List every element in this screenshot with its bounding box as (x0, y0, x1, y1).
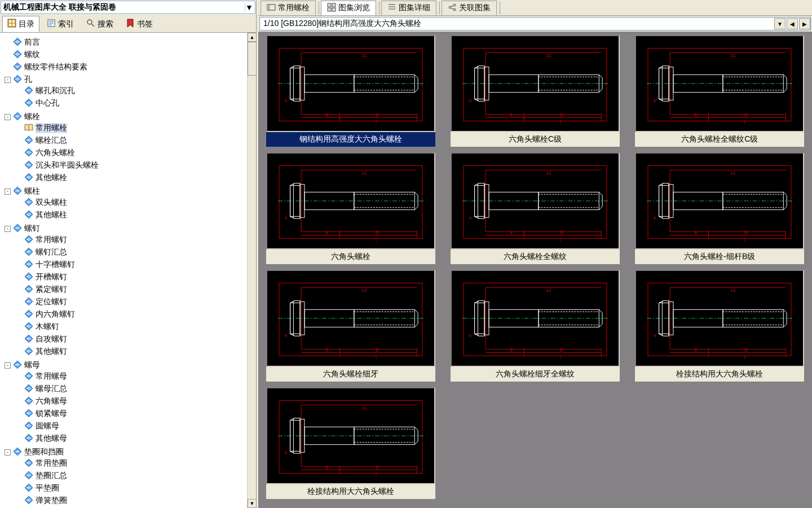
tree-node[interactable]: 螺孔和沉孔 (16, 86, 255, 96)
thumbnail-frame[interactable]: ±1 D k l e (635, 152, 804, 249)
left-tab-bookmark[interactable]: 书签 (121, 16, 158, 32)
svg-text:e: e (654, 98, 656, 103)
scroll-down-button[interactable]: ▼ (248, 499, 256, 508)
scroll-up-button[interactable]: ▲ (248, 33, 256, 42)
tree-node[interactable]: 其他螺栓 (16, 173, 255, 183)
tree-node[interactable]: 其他螺母 (16, 433, 255, 444)
thumbnail-gallery[interactable]: ±1 D k l e 钢结构用高强度大六角头螺栓 ±1 (258, 32, 812, 508)
path-dropdown-button[interactable]: ▼ (774, 18, 785, 29)
gallery-item[interactable]: ±1 D k l e 钢结构用高强度大六角头螺栓 (261, 35, 440, 147)
thumbnail-frame[interactable]: ±1 D k l e (266, 270, 435, 367)
right-tab-bar: 常用螺栓图集浏览图集详细关联图集 (258, 0, 812, 16)
gallery-item[interactable]: ±1 D k l e 六角头螺栓细牙 (261, 270, 440, 382)
left-tab-index[interactable]: 索引 (42, 16, 79, 32)
gallery-item[interactable]: ±1 D k l e 栓接结构用大六角头螺栓 (630, 270, 810, 382)
expander-spacer (16, 423, 22, 430)
library-selector[interactable]: 机械工程图库大全 联接与紧固卷 ▼ (1, 1, 255, 14)
tree-node[interactable]: 螺栓汇总 (16, 135, 255, 146)
tree-node[interactable]: 常用螺栓 (16, 123, 255, 133)
tree-node[interactable]: 螺纹 (5, 50, 255, 60)
current-item-path: 1/10 [GB12280]钢结构用高强度大六角头螺栓 (260, 19, 773, 29)
tree-node[interactable]: -螺柱 (5, 186, 255, 196)
gallery-item[interactable]: ±1 D k l e 六角头螺栓细牙全螺纹 (445, 270, 625, 382)
gallery-item[interactable]: ±1 D k l e 栓接结构用大六角头螺栓 (261, 387, 440, 499)
tree-node[interactable]: 平垫圈 (16, 483, 255, 493)
thumbnail-frame[interactable]: ±1 D k l e (451, 152, 620, 249)
tree-node[interactable]: 紧定螺钉 (16, 284, 255, 295)
tree-node[interactable]: 内六角螺钉 (16, 309, 255, 319)
tree-node[interactable]: 沉头和半圆头螺栓 (16, 160, 255, 170)
tree-node[interactable]: -螺栓 (5, 112, 255, 122)
thumbnail-frame[interactable]: ±1 D k l e (266, 35, 435, 132)
tree-node[interactable]: 前言 (5, 37, 255, 47)
tree-node[interactable]: 垫圈汇总 (16, 471, 255, 481)
library-selector-text: 机械工程图库大全 联接与紧固卷 (3, 2, 245, 12)
tree-node[interactable]: 弹簧垫圈 (16, 496, 255, 506)
gallery-item[interactable]: ±1 D k l e 六角头螺栓-细杆B级 (630, 152, 810, 264)
tree-node[interactable]: 常用垫圈 (16, 458, 255, 468)
tree-scrollbar[interactable]: ▲ ▼ (247, 33, 256, 508)
tree-node[interactable]: -螺钉 (5, 224, 255, 234)
node-icon (24, 86, 33, 96)
gallery-item[interactable]: ±1 D k l e 六角头螺栓C级 (445, 35, 625, 147)
tree-node[interactable]: 中心孔 (16, 98, 255, 108)
expand-collapse-button[interactable]: - (5, 449, 11, 456)
thumbnail-caption: 钢结构用高强度大六角头螺栓 (266, 132, 435, 147)
tree-node[interactable]: 常用螺母 (16, 371, 255, 382)
thumbnail-frame[interactable]: ±1 D k l e (266, 152, 435, 249)
tree-node[interactable]: -孔 (5, 75, 255, 85)
view-tab-detail[interactable]: 图集详细 (381, 1, 436, 15)
expand-collapse-button[interactable]: - (5, 189, 11, 195)
next-button[interactable]: ▶ (799, 18, 810, 29)
thumbnail-frame[interactable]: ±1 D k l e (451, 35, 620, 132)
tree-node[interactable]: 开槽螺钉 (16, 272, 255, 282)
tree-node[interactable]: 锁紧螺母 (16, 409, 255, 419)
node-label: 螺纹零件结构要素 (24, 62, 87, 72)
view-tab-related[interactable]: 关联图集 (442, 1, 497, 15)
expand-collapse-button[interactable]: - (5, 226, 11, 232)
tree-node[interactable]: 木螺钉 (16, 322, 255, 332)
tree-node[interactable]: -螺母 (5, 360, 255, 370)
thumbnail-frame[interactable]: ±1 D k l e (451, 270, 620, 367)
scroll-thumb[interactable] (248, 42, 256, 76)
tree-node[interactable]: 常用螺钉 (16, 235, 255, 245)
tree-node[interactable]: 螺母汇总 (16, 384, 255, 394)
tree-node[interactable]: 六角螺母 (16, 396, 255, 406)
view-tab-common[interactable]: 常用螺栓 (261, 1, 316, 15)
node-icon (13, 75, 22, 85)
tree-node[interactable]: 双头螺柱 (16, 198, 255, 208)
node-icon (24, 273, 33, 282)
tree-node[interactable]: 六角头螺栓 (16, 148, 255, 158)
tree-node[interactable]: 螺纹零件结构要素 (5, 62, 255, 72)
svg-text:l: l (376, 120, 377, 125)
tree-node[interactable]: -垫圈和挡圈 (5, 447, 255, 457)
tree-node[interactable]: 螺钉汇总 (16, 247, 255, 257)
prev-button[interactable]: ◀ (787, 18, 798, 29)
left-tab-search[interactable]: 搜索 (81, 16, 118, 32)
tree-area[interactable]: 前言螺纹螺纹零件结构要素-孔螺孔和沉孔中心孔-螺栓常用螺栓螺栓汇总六角头螺栓沉头… (0, 33, 256, 508)
expander-spacer (16, 299, 22, 305)
tree-node[interactable]: 圆螺母 (16, 421, 255, 431)
thumbnail-frame[interactable]: ±1 D k l e (635, 35, 804, 132)
expand-collapse-button[interactable]: - (5, 362, 11, 369)
thumbnail-frame[interactable]: ±1 D k l e (635, 270, 804, 367)
view-tab-browse[interactable]: 图集浏览 (321, 1, 376, 15)
thumbnail-frame[interactable]: ±1 D k l e (266, 387, 435, 484)
gallery-item[interactable]: ±1 D k l e 六角头螺栓全螺纹 (445, 152, 625, 264)
svg-text:D: D (376, 230, 379, 235)
expand-collapse-button[interactable]: - (5, 114, 11, 120)
dropdown-arrow-icon[interactable]: ▼ (245, 3, 253, 12)
tree-node[interactable]: 定位螺钉 (16, 297, 255, 307)
expander-spacer (16, 312, 22, 318)
expand-collapse-button[interactable]: - (5, 77, 11, 83)
left-tab-dir[interactable]: 目录 (2, 16, 39, 32)
tree-node[interactable]: 其他螺钉 (16, 347, 255, 357)
gallery-item[interactable]: ±1 D k l e 六角头螺栓全螺纹C级 (630, 35, 810, 147)
node-label: 内六角螺钉 (36, 309, 75, 319)
tree-node[interactable]: 十字槽螺钉 (16, 260, 255, 270)
tree-node[interactable]: 自攻螺钉 (16, 334, 255, 344)
tab-label: 图集浏览 (338, 3, 370, 13)
gallery-item[interactable]: ±1 D k l e 六角头螺栓 (261, 152, 440, 264)
tab-label: 书签 (137, 19, 153, 29)
tree-node[interactable]: 其他螺柱 (16, 210, 255, 220)
